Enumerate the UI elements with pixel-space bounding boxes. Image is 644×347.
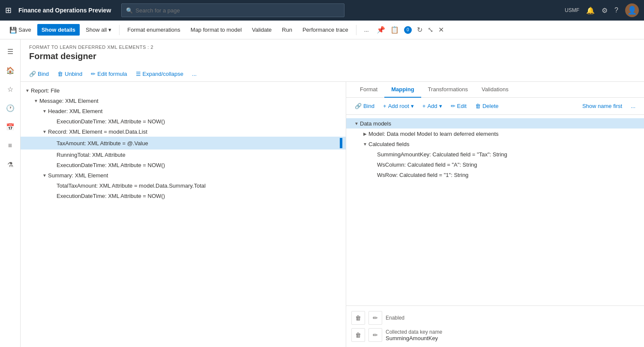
validate-button[interactable]: Validate [248, 24, 276, 36]
format-enumerations-button[interactable]: Format enumerations [123, 24, 185, 36]
unbind-button[interactable]: 🗑 Unbind [54, 69, 86, 79]
tree-item[interactable]: TotalTaxAmount: XML Attribute = model.Da… [21, 180, 346, 191]
mapping-more-label: ... [631, 103, 635, 109]
save-label: Save [18, 27, 31, 33]
mapping-item-text: Calculated fields [368, 141, 409, 147]
expand-collapse-label: Expand/collapse [143, 71, 183, 77]
enabled-edit-button[interactable]: ✏ [368, 311, 382, 325]
show-details-button[interactable]: Show details [37, 24, 80, 36]
mapping-item[interactable]: WsColumn: Calculated field = "A": String [346, 159, 644, 170]
mapping-tree: ▼ Data models ▶ Model: Data model Model … [346, 115, 644, 305]
tab-validations[interactable]: Validations [475, 82, 515, 98]
add-root-button[interactable]: + Add root ▾ [380, 101, 417, 111]
help-icon[interactable]: ? [614, 6, 618, 14]
enabled-label: Enabled [386, 315, 404, 321]
mapping-item-text: Model: Data model Model to learn deferre… [368, 131, 499, 137]
delete-button[interactable]: 🗑 Delete [472, 101, 502, 111]
show-all-button[interactable]: Show all ▾ [81, 24, 116, 36]
sidebar-icon-star[interactable]: ☆ [2, 81, 19, 98]
search-input[interactable] [135, 7, 339, 14]
edit-button[interactable]: ✏ Edit [447, 101, 470, 111]
user-region: USMF [565, 7, 579, 13]
sidebar-icon-menu[interactable]: ☰ [2, 43, 19, 60]
tree-item-text: ExecutionDateTime: XML Attribute = NOW() [57, 193, 342, 199]
show-all-chevron: ▾ [108, 27, 111, 33]
add-button[interactable]: + Add ▾ [419, 101, 446, 111]
sidebar-icon-calendar[interactable]: 📅 [2, 118, 19, 135]
expand-collapse-button[interactable]: ☰ Expand/collapse [132, 69, 187, 79]
key-delete-button[interactable]: 🗑 [351, 328, 365, 342]
tree-item-text: RunningTotal: XML Attribute [57, 152, 342, 158]
mapping-more-button[interactable]: ... [627, 101, 639, 111]
sidebar-icon-home[interactable]: 🏠 [2, 62, 19, 79]
show-name-first-button[interactable]: Show name first [579, 101, 626, 111]
sidebar-icons: ☰ 🏠 ☆ 🕐 📅 ≡ ⚗ [0, 39, 21, 347]
tree-item[interactable]: ExecutionDateTime: XML Attribute = NOW() [21, 191, 346, 201]
mapping-item[interactable]: ▼ Calculated fields [346, 139, 644, 149]
sidebar-icon-filter[interactable]: ⚗ [2, 156, 19, 173]
tree-item-text: Header: XML Element [48, 108, 342, 114]
tree-item[interactable]: RunningTotal: XML Attribute [21, 150, 346, 160]
link-icon: 🔗 [29, 71, 36, 77]
pencil-icon-edit: ✏ [91, 71, 96, 77]
search-bar[interactable]: 🔍 [121, 3, 344, 17]
performance-trace-button[interactable]: Performance trace [298, 24, 353, 36]
trash-icon-mapping: 🗑 [475, 103, 481, 109]
mapping-bind-label: Bind [363, 103, 374, 109]
tree-toggle: ▼ [41, 173, 48, 178]
tab-mapping[interactable]: Mapping [384, 82, 421, 98]
bind-button[interactable]: 🔗 Bind [26, 69, 52, 79]
save-button[interactable]: 💾 Save [5, 24, 36, 36]
tree-item[interactable]: ExecutionDateTime: XML Attribute = NOW() [21, 116, 346, 126]
format-tree: ▼ Report: File ▼ Message: XML Element ▼ … [21, 85, 346, 201]
sidebar-icon-recent[interactable]: 🕐 [2, 99, 19, 117]
mapping-item[interactable]: ▶ Model: Data model Model to learn defer… [346, 129, 644, 139]
pin-icon[interactable]: 📌 [377, 26, 385, 34]
run-button[interactable]: Run [278, 24, 297, 36]
tree-item[interactable]: ▼ Report: File [21, 85, 346, 96]
edit-formula-label: Edit formula [97, 71, 127, 77]
tree-item[interactable]: ExecutionDateTime: XML Attribute = NOW() [21, 160, 346, 170]
settings-icon[interactable]: ⚙ [602, 6, 608, 15]
notification-icon[interactable]: 🔔 [586, 6, 595, 15]
tree-item[interactable]: ▼ Summary: XML Element [21, 170, 346, 180]
enabled-delete-button[interactable]: 🗑 [351, 311, 365, 325]
mapping-toggle: ▼ [362, 142, 368, 147]
tabs: Format Mapping Transformations Validatio… [346, 82, 644, 98]
format-more-label: ... [192, 71, 197, 77]
page-content: FORMAT TO LEARN DEFERRED XML ELEMENTS : … [21, 39, 644, 347]
format-more-button[interactable]: ... [189, 69, 200, 79]
copy-icon[interactable]: 📋 [390, 26, 399, 34]
tree-item[interactable]: ▼ Header: XML Element [21, 106, 346, 116]
avatar[interactable]: 👤 [625, 3, 639, 17]
add-label: Add [427, 103, 437, 109]
map-format-to-model-button[interactable]: Map format to model [186, 24, 246, 36]
mapping-item[interactable]: SummingAmountKey: Calculated field = "Ta… [346, 149, 644, 159]
mapping-bind-button[interactable]: 🔗 Bind [351, 101, 378, 111]
tree-item[interactable]: ▼ Message: XML Element [21, 96, 346, 106]
key-edit-button[interactable]: ✏ [368, 328, 382, 342]
expand-icon[interactable]: ⤡ [428, 26, 433, 34]
show-all-label: Show all [86, 27, 107, 33]
search-icon: 🔍 [126, 7, 133, 14]
tree-item[interactable]: TaxAmount: XML Attribute = @.Value [21, 137, 346, 150]
page-header: FORMAT TO LEARN DEFERRED XML ELEMENTS : … [21, 39, 644, 66]
mapping-link-icon: 🔗 [355, 103, 362, 109]
refresh-icon[interactable]: ↻ [417, 26, 422, 34]
mapping-item[interactable]: ▼ Data models [346, 118, 644, 129]
tab-format[interactable]: Format [353, 82, 384, 98]
tree-item-text: TaxAmount: XML Attribute = @.Value [57, 140, 340, 147]
format-tree-panel: ▼ Report: File ▼ Message: XML Element ▼ … [21, 82, 346, 347]
enabled-row: 🗑 ✏ Enabled [351, 309, 639, 326]
tree-item-text: Record: XML Element = model.Data.List [48, 129, 342, 135]
sidebar-icon-list[interactable]: ≡ [2, 137, 19, 154]
notification-count[interactable]: 0 [404, 26, 412, 34]
tree-item[interactable]: ▼ Record: XML Element = model.Data.List [21, 126, 346, 137]
delete-label: Delete [482, 103, 499, 109]
close-icon[interactable]: ✕ [438, 26, 444, 34]
more-button[interactable]: ... [360, 24, 373, 36]
waffle-icon[interactable]: ⊞ [5, 6, 12, 15]
mapping-item[interactable]: WsRow: Calculated field = "1": String [346, 170, 644, 180]
edit-formula-button[interactable]: ✏ Edit formula [87, 69, 130, 79]
tab-transformations[interactable]: Transformations [421, 82, 475, 98]
